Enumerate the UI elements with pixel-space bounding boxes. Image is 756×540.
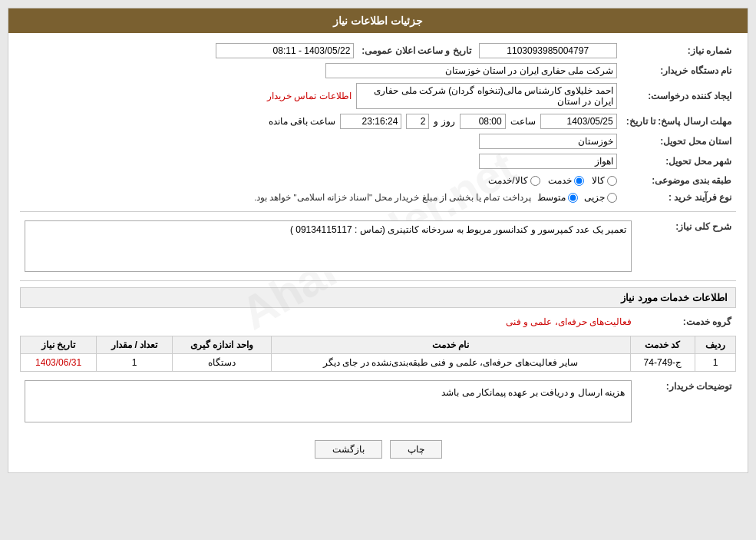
service-group-label: گروه خدمت: [636,314,736,330]
buyer-name-input: شرکت ملی حفاری ایران در استان خوزستان [325,63,617,78]
need-description-textarea[interactable] [30,226,626,264]
city-value: اهواز [20,151,622,171]
response-remaining-input: 23:16:24 [340,114,401,129]
response-days-label: روز و [434,116,454,127]
creator-label: ایجاد کننده درخواست: [622,81,736,111]
services-section-title: اطلاعات خدمات مورد نیاز [20,287,736,308]
services-table-header: ردیف کد خدمت نام خدمت واحد اندازه گیری ت… [21,336,736,354]
purchase-type-motavaset[interactable]: متوسط [537,192,578,203]
province-value: خوزستان [20,131,622,151]
response-deadline-label: مهلت ارسال پاسخ: تا تاریخ: [622,111,736,131]
service-group-value: فعالیت‌های حرفه‌ای، علمی و فنی [20,314,636,330]
divider-1 [20,211,736,212]
city-label: شهر محل تحویل: [622,151,736,171]
announcement-date-label: تاریخ و ساعت اعلان عمومی: [361,45,470,56]
buyer-name-value: شرکت ملی حفاری ایران در استان خوزستان [20,61,622,81]
purchase-type-row: جزیی متوسط پرداخت تمام یا بخشی از مبلغ خ… [20,190,622,205]
col-unit: واحد اندازه گیری [173,336,271,354]
col-service-code: کد خدمت [630,336,695,354]
col-row-num: ردیف [695,336,736,354]
response-remaining-label: ساعت باقی مانده [269,116,336,127]
creator-value: احمد خلیلاوی کارشناس مالی(تنخواه گردان) … [20,81,622,111]
table-row: 1 ج-749-74 سایر فعالیت‌های حرفه‌ای، علمی… [21,354,736,372]
print-button[interactable]: چاپ [390,440,442,459]
cell-quantity: 1 [97,354,173,372]
response-deadline-row: 1403/05/25 ساعت 08:00 روز و 2 23:16:24 س… [20,111,622,131]
creator-input: احمد خلیلاوی کارشناس مالی(تنخواه گردان) … [356,83,617,109]
buttons-row: چاپ بازگشت [20,431,736,465]
divider-2 [20,280,736,281]
category-khadamat[interactable]: خدمت [548,175,584,186]
buyer-name-label: نام دستگاه خریدار: [622,61,736,81]
purchase-type-jozii[interactable]: جزیی [584,192,617,203]
need-number-input: 1103093985004797 [479,43,617,58]
page-header: جزئیات اطلاعات نیاز [8,8,748,33]
service-group-link[interactable]: فعالیت‌های حرفه‌ای، علمی و فنی [506,316,632,327]
need-description-cell: تعمیر یک عدد کمپرسور و کندانسور مربوط به… [20,218,636,274]
response-time-label: ساعت [510,116,536,127]
category-kala-khadamat[interactable]: کالا/خدمت [488,175,540,186]
buyer-notes-table: توضیحات خریدار: هزینه ارسال و دریافت بر … [20,378,736,425]
cell-service-name: سایر فعالیت‌های حرفه‌ای، علمی و فنی طبقه… [271,354,630,372]
city-input: اهواز [479,154,617,169]
creator-contact-link[interactable]: اطلاعات تماس خریدار [267,91,352,101]
response-days-input: 2 [406,114,429,129]
need-number-value: 1103093985004797 تاریخ و ساعت اعلان عموم… [20,41,622,61]
back-button[interactable]: بازگشت [315,440,382,459]
need-description-label: شرح کلی نیاز: [636,218,736,274]
services-table-body: 1 ج-749-74 سایر فعالیت‌های حرفه‌ای، علمی… [21,354,736,372]
col-quantity: تعداد / مقدار [97,336,173,354]
response-date-input: 1403/05/25 [540,114,617,129]
page-title: جزئیات اطلاعات نیاز [333,15,423,27]
response-time-input: 08:00 [460,114,506,129]
col-service-name: نام خدمت [271,336,630,354]
col-need-date: تاریخ نیاز [21,336,97,354]
cell-service-code: ج-749-74 [630,354,695,372]
buyer-notes-text: هزینه ارسال و دریافت بر عهده پیمانکار می… [30,386,626,399]
buyer-notes-label: توضیحات خریدار: [636,378,736,425]
cell-need-date: 1403/06/31 [21,354,97,372]
description-table: شرح کلی نیاز: تعمیر یک عدد کمپرسور و کند… [20,218,736,274]
category-label: طبقه بندی موضوعی: [622,171,736,190]
need-number-label: شماره نیاز: [622,41,736,61]
category-options: کالا خدمت کالا/خدمت [20,171,622,190]
province-label: استان محل تحویل: [622,131,736,151]
purchase-type-note: پرداخت تمام یا بخشی از مبلغ خریدار محل "… [254,192,531,203]
buyer-notes-cell: هزینه ارسال و دریافت بر عهده پیمانکار می… [20,378,636,425]
cell-unit: دستگاه [173,354,271,372]
province-input: خوزستان [479,134,617,149]
service-group-table: گروه خدمت: فعالیت‌های حرفه‌ای، علمی و فن… [20,314,736,330]
services-table: ردیف کد خدمت نام خدمت واحد اندازه گیری ت… [20,336,736,372]
purchase-type-label: نوع فرآیند خرید : [622,190,736,205]
category-kala[interactable]: کالا [592,175,617,186]
announcement-date-input: 1403/05/22 - 08:11 [216,43,354,58]
cell-row-num: 1 [695,354,736,372]
basic-info-table: شماره نیاز: 1103093985004797 تاریخ و ساع… [20,41,736,205]
